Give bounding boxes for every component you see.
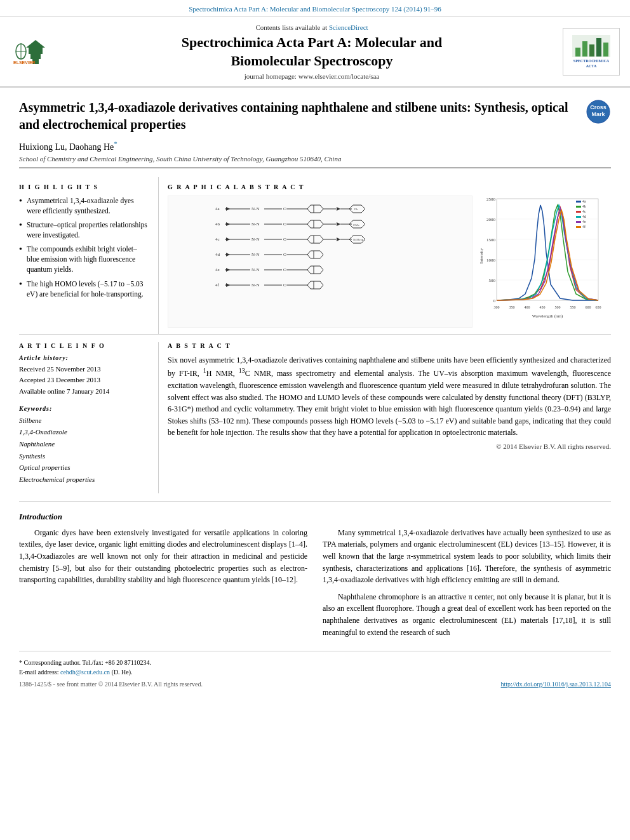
intro-left-col: Organic dyes have been extensively inves… — [19, 527, 307, 643]
svg-text:O: O — [283, 206, 286, 211]
svg-rect-116 — [576, 226, 581, 228]
svg-text:2500: 2500 — [486, 197, 496, 202]
svg-rect-114 — [576, 221, 581, 223]
svg-rect-85 — [497, 199, 598, 300]
svg-text:500: 500 — [489, 278, 496, 283]
elsevier-logo-svg: ELSEVIER — [13, 39, 58, 65]
article-title-text: Asymmetric 1,3,4-oxadiazole derivatives … — [19, 99, 579, 163]
svg-text:ELSEVIER: ELSEVIER — [13, 60, 36, 65]
highlight-item-3: The compounds exhibit bright violet–blue… — [19, 244, 149, 274]
svg-text:350: 350 — [509, 305, 515, 309]
keyword-5: Optical properties — [19, 462, 149, 474]
svg-text:650: 650 — [596, 305, 601, 309]
svg-text:Cross: Cross — [590, 104, 607, 110]
svg-text:O: O — [283, 222, 286, 227]
svg-text:550: 550 — [570, 305, 576, 309]
keywords-list: Stilbene 1,3,4-Oxadiazole Naphthalene Sy… — [19, 415, 149, 486]
introduction-text-cols: Organic dyes have been extensively inves… — [19, 527, 611, 643]
svg-rect-10 — [589, 44, 594, 57]
svg-text:Intensity: Intensity — [479, 248, 484, 263]
svg-text:300: 300 — [494, 305, 500, 309]
spectrum-chart-svg: 0 500 1000 1500 2000 2500 300 350 400 45… — [478, 196, 611, 323]
svg-text:4e: 4e — [582, 220, 586, 223]
issn-text: 1386-1425/$ - see front matter © 2014 El… — [19, 681, 203, 688]
svg-rect-8 — [575, 48, 580, 57]
crossmark-logo: Cross Mark — [586, 99, 611, 124]
svg-marker-78 — [226, 283, 230, 287]
abstract-text: Six novel asymmetric 1,3,4-oxadiazole de… — [168, 354, 611, 439]
journal-logo-graph — [572, 35, 610, 57]
svg-text:4d: 4d — [215, 252, 220, 257]
svg-text:400: 400 — [525, 305, 530, 309]
highlight-item-2: Structure–optical properties relationshi… — [19, 220, 149, 240]
graphical-abstract-content: 4a N-N O — [168, 196, 611, 328]
received-date: Received 25 November 2013 — [19, 364, 149, 375]
abstract-body: Six novel asymmetric 1,3,4-oxadiazole de… — [168, 354, 611, 439]
svg-marker-54 — [337, 237, 340, 241]
logo-chart-svg — [572, 35, 610, 57]
abstract-label: A B S T R A C T — [168, 342, 611, 349]
history-label: Article history: — [19, 354, 149, 361]
keyword-2: 1,3,4-Oxadiazole — [19, 426, 149, 438]
svg-text:500: 500 — [555, 305, 561, 309]
sciencedirect-link[interactable]: ScienceDirect — [329, 23, 368, 31]
highlights-col: H I G H L I G H T S Asymmetrical 1,3,4-o… — [19, 177, 159, 334]
svg-text:4f: 4f — [582, 225, 586, 229]
svg-marker-18 — [226, 207, 230, 211]
journal-citation: Spectrochimica Acta Part A: Molecular an… — [189, 5, 441, 13]
intro-right-para-2: Naphthalene chromophore is an attractive… — [323, 591, 611, 638]
svg-text:Ph: Ph — [354, 208, 358, 211]
svg-marker-3 — [26, 40, 45, 48]
email-link[interactable]: cehdh@scut.edu.cn — [60, 669, 110, 676]
svg-rect-112 — [576, 216, 581, 218]
svg-marker-65 — [307, 251, 323, 258]
graphical-abstract-col: G R A P H I C A L A B S T R A C T 4a N-N… — [159, 177, 611, 334]
contents-line: Contents lists available at ScienceDirec… — [67, 23, 556, 31]
svg-text:O: O — [283, 283, 286, 288]
highlights-graphical-row: H I G H L I G H T S Asymmetrical 1,3,4-o… — [19, 177, 611, 335]
svg-rect-106 — [576, 201, 581, 203]
intro-right-text: Many symmetrical 1,3,4-oxadiazole deriva… — [323, 527, 611, 638]
crossmark-svg: Cross Mark — [586, 99, 611, 124]
keyword-4: Synthesis — [19, 450, 149, 462]
svg-text:Mark: Mark — [591, 111, 605, 117]
doi-link[interactable]: http://dx.doi.org/10.1016/j.saa.2013.12.… — [501, 681, 611, 688]
article-info-label: A R T I C L E I N F O — [19, 342, 149, 349]
svg-marker-60 — [226, 253, 230, 257]
journal-homepage: journal homepage: www.elsevier.com/locat… — [67, 72, 556, 80]
keyword-6: Electrochemical properties — [19, 474, 149, 486]
svg-text:Wavelength (nm): Wavelength (nm) — [532, 314, 563, 319]
chem-structures-area: 4a N-N O — [168, 196, 473, 328]
svg-text:1000: 1000 — [486, 258, 496, 263]
svg-marker-74 — [307, 266, 323, 274]
available-date: Available online 7 January 2014 — [19, 386, 149, 397]
svg-marker-23 — [307, 205, 323, 213]
abstract-col: A B S T R A C T Six novel asymmetric 1,3… — [159, 342, 611, 493]
highlights-label: H I G H L I G H T S — [19, 183, 149, 190]
highlight-item-4: The high HOMO levels (−5.17 to −5.03 eV)… — [19, 279, 149, 299]
svg-text:4d: 4d — [582, 215, 586, 218]
svg-text:4c: 4c — [215, 237, 220, 242]
svg-text:N-N: N-N — [251, 237, 259, 242]
elsevier-logo: ELSEVIER — [10, 39, 61, 65]
svg-text:N-N: N-N — [251, 267, 259, 272]
article-footer: * Corresponding author. Tel./fax: +86 20… — [19, 651, 611, 691]
svg-rect-110 — [576, 211, 581, 213]
svg-text:4e: 4e — [215, 267, 220, 272]
svg-text:N(Me)₂: N(Me)₂ — [353, 238, 363, 241]
svg-text:1500: 1500 — [486, 237, 496, 243]
svg-marker-40 — [337, 222, 340, 226]
journal-logo-box: SPECTROCHIMICAACTA — [563, 28, 620, 76]
svg-text:4b: 4b — [582, 204, 586, 208]
svg-text:4a: 4a — [215, 206, 220, 211]
svg-rect-2 — [29, 48, 43, 54]
svg-marker-69 — [226, 268, 230, 272]
footnote-corresponding: * Corresponding author. Tel./fax: +86 20… — [19, 658, 611, 667]
svg-marker-32 — [226, 222, 230, 226]
article-authors: Huixiong Lu, Daohang He* — [19, 140, 579, 152]
svg-text:0: 0 — [493, 298, 496, 303]
svg-text:O: O — [283, 267, 286, 272]
keyword-3: Naphthalene — [19, 438, 149, 450]
svg-marker-37 — [307, 220, 323, 228]
keywords-section: Keywords: Stilbene 1,3,4-Oxadiazole Naph… — [19, 405, 149, 486]
